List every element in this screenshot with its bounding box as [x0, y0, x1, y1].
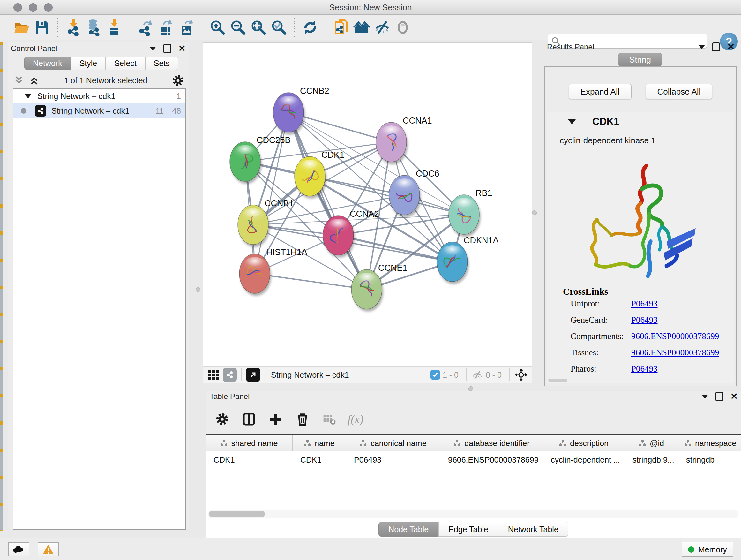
selected-count: 1 - 0: [443, 370, 459, 380]
collapse-all-chevron-icon[interactable]: [13, 75, 24, 86]
network-node-HIST1H1A[interactable]: HIST1H1A: [239, 247, 307, 296]
selected-count-checkbox[interactable]: [430, 370, 440, 380]
import-network-from-database-button[interactable]: [84, 17, 104, 37]
show-all-button[interactable]: [393, 17, 413, 37]
tab-node-table[interactable]: Node Table: [379, 522, 439, 537]
network-node-CCNA2[interactable]: CCNA2: [323, 209, 379, 258]
table-cell[interactable]: P06493: [346, 451, 441, 468]
crosslink-link[interactable]: P06493: [631, 315, 658, 325]
column-header-shared-name[interactable]: shared name: [206, 435, 293, 451]
column-header-namespace[interactable]: namespace: [678, 435, 741, 451]
network-options-gear-icon[interactable]: [172, 74, 185, 87]
save-session-button[interactable]: [32, 17, 52, 37]
network-row[interactable]: String Network – cdk1 11 48: [13, 104, 185, 118]
table-cell[interactable]: 9606.ENSP00000378699: [441, 451, 543, 468]
delete-table-button[interactable]: [321, 411, 338, 428]
splitter-handle[interactable]: [196, 287, 200, 292]
tab-network[interactable]: Network: [24, 57, 71, 70]
collapse-all-button[interactable]: Collapse All: [646, 84, 713, 99]
automation-cloud-button[interactable]: [8, 543, 29, 557]
tab-style[interactable]: Style: [71, 57, 106, 70]
expand-all-chevron-icon[interactable]: [29, 75, 40, 86]
tab-string[interactable]: String: [618, 53, 662, 66]
crosslink-link[interactable]: P06493: [631, 364, 658, 374]
table-row[interactable]: CDK1CDK1P064939606.ENSP00000378699cyclin…: [206, 451, 741, 468]
table-cell[interactable]: CDK1: [206, 451, 293, 468]
create-column-button[interactable]: [267, 411, 284, 428]
panel-menu-button[interactable]: [702, 395, 708, 399]
column-header--id[interactable]: @id: [625, 435, 678, 451]
table-cell[interactable]: CDK1: [293, 451, 346, 468]
refresh-button[interactable]: [300, 17, 320, 37]
splitter-handle[interactable]: [532, 210, 537, 215]
network-edge-CCNA2-CDKN1A[interactable]: [338, 235, 452, 262]
zoom-fit-content-button[interactable]: [248, 17, 269, 37]
node-label-CDC6: CDC6: [416, 169, 440, 179]
tab-select[interactable]: Select: [106, 57, 145, 70]
import-network-from-file-button[interactable]: [63, 17, 84, 37]
panel-menu-button[interactable]: [150, 47, 156, 51]
results-scrollbar-thumb[interactable]: [548, 379, 567, 382]
column-header-database-identifier[interactable]: database identifier: [441, 435, 543, 451]
panel-float-button[interactable]: [715, 392, 724, 401]
column-header-description[interactable]: description: [543, 435, 625, 451]
export-table-button[interactable]: [156, 17, 176, 37]
grid-view-icon[interactable]: [207, 368, 219, 381]
show-columns-button[interactable]: [240, 411, 258, 428]
panel-menu-button[interactable]: [698, 45, 705, 49]
function-builder-button[interactable]: f(x): [347, 413, 363, 426]
crosslink-link[interactable]: 9606.ENSP00000378699: [631, 331, 719, 341]
table-cell[interactable]: stringdb:9...: [625, 451, 678, 468]
birds-eye-view-icon[interactable]: [514, 368, 528, 382]
network-node-CDC6[interactable]: CDC6: [389, 169, 440, 217]
crosslink-link[interactable]: P06493: [631, 299, 658, 309]
panel-float-button[interactable]: [163, 44, 172, 53]
network-node-CCNB1[interactable]: CCNB1: [238, 199, 294, 247]
network-node-CCNB2[interactable]: CCNB2: [273, 86, 329, 135]
warnings-button[interactable]: [38, 543, 59, 557]
zoom-out-button[interactable]: [228, 17, 248, 37]
delete-column-button[interactable]: [294, 411, 311, 428]
gene-collapse-icon[interactable]: [568, 119, 576, 124]
panel-close-button[interactable]: ✕: [727, 44, 735, 51]
network-node-CDC25B[interactable]: CDC25B: [230, 135, 291, 184]
network-node-CDKN1A[interactable]: CDKN1A: [437, 236, 499, 284]
network-edge-HIST1H1A-CCNE1[interactable]: [255, 273, 367, 289]
panel-float-button[interactable]: [712, 43, 720, 51]
gene-section-header[interactable]: CDK1: [547, 112, 734, 131]
network-edge-CCNB2-CCNE1[interactable]: [288, 112, 367, 289]
detach-view-button[interactable]: [246, 368, 260, 382]
column-header-name[interactable]: name: [293, 435, 346, 451]
tab-edge-table[interactable]: Edge Table: [439, 522, 498, 537]
network-node-RB1[interactable]: RB1: [449, 188, 492, 237]
export-network-button[interactable]: [135, 17, 156, 37]
network-node-CCNE1[interactable]: CCNE1: [351, 263, 408, 312]
table-cell[interactable]: stringdb: [678, 451, 741, 468]
network-canvas[interactable]: CCNB2CCNA1CDC25BCDK1CDC6RB1CCNB1CCNA2CDK…: [203, 43, 532, 366]
export-image-button[interactable]: [176, 17, 197, 37]
collection-expand-icon[interactable]: [24, 94, 31, 98]
column-header-canonical-name[interactable]: canonical name: [346, 435, 441, 451]
import-table-from-file-button[interactable]: [104, 17, 125, 37]
scrollbar-thumb[interactable]: [209, 511, 265, 517]
hide-selected-button[interactable]: [372, 17, 393, 37]
table-cell[interactable]: cyclin-dependent ...: [543, 451, 625, 468]
tab-sets[interactable]: Sets: [145, 57, 179, 70]
open-session-button[interactable]: [11, 17, 32, 37]
string-view-icon[interactable]: [223, 368, 237, 382]
memory-button[interactable]: Memory: [682, 542, 733, 557]
table-options-gear-button[interactable]: [213, 411, 231, 428]
crosslink-link[interactable]: 9606.ENSP00000378699: [631, 348, 719, 358]
zoom-in-button[interactable]: [207, 17, 228, 37]
table-horizontal-scrollbar[interactable]: [208, 510, 738, 518]
clone-network-button[interactable]: [331, 17, 352, 37]
panel-close-button[interactable]: ✕: [179, 45, 186, 52]
network-collection-row[interactable]: String Network – cdk1 1: [13, 89, 185, 104]
network-node-CCNA1[interactable]: CCNA1: [376, 116, 432, 165]
splitter-handle[interactable]: [468, 386, 473, 391]
first-neighbors-button[interactable]: [352, 17, 372, 37]
zoom-selected-button[interactable]: [269, 17, 289, 37]
tab-network-table[interactable]: Network Table: [498, 522, 568, 537]
panel-close-button[interactable]: ✕: [731, 393, 738, 400]
expand-all-button[interactable]: Expand All: [569, 84, 631, 99]
